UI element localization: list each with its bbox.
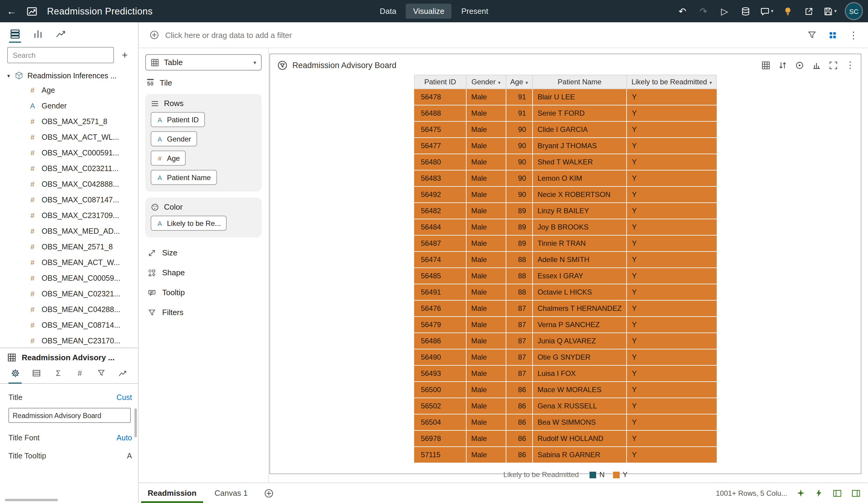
table-row[interactable]: 56479Male87Verna P SANCHEZY <box>414 316 716 333</box>
column-header[interactable]: Age▾ <box>506 75 532 89</box>
grammar-pill[interactable]: #Age <box>151 150 186 166</box>
table-row[interactable]: 56476Male87Chalmers T HERNANDEZY <box>414 300 716 316</box>
table-row[interactable]: 56500Male86Mace W MORALESY <box>414 381 716 398</box>
column-header[interactable]: Patient Name <box>532 75 627 89</box>
field-item[interactable]: #OBS_MAX_C087147... <box>0 192 138 208</box>
add-data-button[interactable]: + <box>119 50 131 60</box>
column-header[interactable]: Likely to be Readmitted▾ <box>627 75 717 89</box>
table-row[interactable]: 56493Male87Luisa I FOXY <box>414 365 716 381</box>
field-item[interactable]: #OBS_MAX_MED_AD... <box>0 223 138 239</box>
redo-button[interactable]: ↷ <box>696 3 711 19</box>
field-item[interactable]: AGender <box>0 98 138 114</box>
legend-item[interactable]: N <box>590 471 604 479</box>
number-format-tab[interactable]: # <box>73 367 86 379</box>
maximize-button[interactable] <box>829 61 838 70</box>
field-item[interactable]: #OBS_MAX_C042888... <box>0 177 138 192</box>
layout-right-button[interactable] <box>851 488 861 498</box>
run-button[interactable]: ▷ <box>717 3 732 19</box>
canvas-tab-2[interactable]: Canvas 1 <box>206 483 257 503</box>
table-row[interactable]: 56487Male89Tinnie R TRANY <box>414 235 716 251</box>
vertical-scrollbar[interactable] <box>134 408 137 437</box>
table-row[interactable]: 56502Male86Gena X RUSSELLY <box>414 398 716 414</box>
field-item[interactable]: #OBS_MAX_2571_8 <box>0 114 138 129</box>
field-item[interactable]: #OBS_MEAN_2571_8 <box>0 239 138 255</box>
add-canvas-button[interactable] <box>257 483 281 503</box>
column-header[interactable]: Patient ID <box>414 75 466 89</box>
tab-visualize[interactable]: Visualize <box>406 3 452 19</box>
table-row[interactable]: 56504Male86Bea W SIMMONSY <box>414 414 716 430</box>
insights-button[interactable] <box>780 3 796 19</box>
table-style-tab[interactable] <box>30 367 43 379</box>
table-row[interactable]: 56482Male89Linzy R BAILEYY <box>414 203 716 219</box>
table-row[interactable]: 56492Male90Necie X ROBERTSONY <box>414 187 716 203</box>
field-item[interactable]: #OBS_MEAN_C02321... <box>0 286 138 302</box>
table-row[interactable]: 56484Male89Joy B BROOKSY <box>414 219 716 235</box>
field-item[interactable]: #OBS_MEAN_ACT_W... <box>0 255 138 271</box>
auto-insights-button[interactable] <box>828 30 837 40</box>
table-row[interactable]: 56485Male88Essex I GRAYY <box>414 268 716 284</box>
rows-section[interactable]: Rows APatient IDAGender#AgeAPatient Name <box>145 94 262 191</box>
column-header[interactable]: Gender▾ <box>466 75 506 89</box>
export-button[interactable] <box>801 3 817 19</box>
tab-data[interactable]: Data <box>373 3 404 19</box>
field-item[interactable]: #OBS_MAX_C023211... <box>0 161 138 177</box>
table-row[interactable]: 56474Male88Adelle N SMITHY <box>414 251 716 268</box>
field-item[interactable]: #OBS_MAX_C231709... <box>0 208 138 223</box>
quality-insights-button[interactable] <box>796 489 805 497</box>
grammar-pill[interactable]: APatient ID <box>151 112 205 127</box>
viz-menu-button[interactable]: ⋮ <box>846 60 855 71</box>
table-row[interactable]: 56483Male90Lemon O KIMY <box>414 170 716 187</box>
field-item[interactable]: #OBS_MAX_ACT_WL... <box>0 129 138 145</box>
field-item[interactable]: #OBS_MEAN_C00059... <box>0 271 138 286</box>
explain-button[interactable] <box>812 61 821 70</box>
undo-button[interactable]: ↶ <box>674 3 690 19</box>
canvas-menu-button[interactable]: ⋮ <box>849 29 858 41</box>
search-input[interactable] <box>7 47 114 63</box>
grammar-pill[interactable]: ALikely to be Re... <box>151 216 227 231</box>
table-row[interactable]: 56475Male90Clide I GARCIAY <box>414 122 716 138</box>
canvas-tab-1[interactable]: Readmission <box>138 483 206 503</box>
grammar-pill[interactable]: AGender <box>151 131 197 146</box>
table-row[interactable]: 56490Male87Otie G SNYDERY <box>414 349 716 365</box>
title-property-value[interactable]: Cust <box>117 394 132 402</box>
filters-target[interactable]: Filters <box>145 303 262 322</box>
table-row[interactable]: 56478Male91Blair U LEEY <box>414 89 716 105</box>
viz-type-select[interactable]: Table ▾ <box>145 54 262 71</box>
field-item[interactable]: #Age <box>0 83 138 98</box>
sort-button[interactable] <box>778 61 787 70</box>
tooltip-target[interactable]: Tooltip <box>145 283 262 302</box>
field-item[interactable]: #OBS_MAX_C000591... <box>0 145 138 161</box>
tab-data-panel[interactable] <box>8 27 22 40</box>
table-row[interactable]: 56978Male86Rudolf W HOLLANDY <box>414 430 716 447</box>
general-settings-tab[interactable] <box>8 367 22 379</box>
performance-button[interactable] <box>814 489 823 497</box>
shape-target[interactable]: Shape <box>145 263 262 282</box>
show-data-button[interactable] <box>761 61 770 70</box>
tile-target[interactable]: 50 Tile <box>145 72 262 93</box>
filters-tab[interactable] <box>95 367 108 379</box>
title-input[interactable] <box>8 408 131 423</box>
tab-analytics[interactable] <box>54 27 68 40</box>
refresh-data-button[interactable] <box>738 3 754 19</box>
field-item[interactable]: #OBS_MEAN_C23170... <box>0 333 138 348</box>
viz-card[interactable]: Readmission Advisory Board <box>269 54 861 474</box>
avatar[interactable]: SC <box>846 3 862 19</box>
back-button[interactable]: ← <box>3 3 19 19</box>
tab-visualizations[interactable] <box>31 27 45 40</box>
title-tooltip-value[interactable]: A <box>127 452 132 460</box>
field-item[interactable]: #OBS_MEAN_C08714... <box>0 317 138 333</box>
horizontal-scrollbar[interactable] <box>5 499 58 501</box>
table-row[interactable]: 56491Male88Octavie L HICKSY <box>414 284 716 300</box>
filter-settings-button[interactable] <box>807 30 817 40</box>
comments-button[interactable]: ▾ <box>759 3 775 19</box>
grammar-pill[interactable]: APatient Name <box>151 170 217 185</box>
filter-drop-area[interactable]: Click here or drag data to add a filter … <box>138 22 868 48</box>
legend-item[interactable]: Y <box>613 471 628 479</box>
tab-present[interactable]: Present <box>454 3 495 19</box>
table-row[interactable]: 56486Male87Junia Q ALVAREZY <box>414 333 716 349</box>
layout-left-button[interactable] <box>833 488 842 498</box>
table-row[interactable]: 56488Male91Senie T FORDY <box>414 105 716 122</box>
color-section[interactable]: Color ALikely to be Re... <box>145 198 262 237</box>
save-button[interactable]: ▾ <box>822 3 838 19</box>
focus-button[interactable] <box>795 61 804 70</box>
